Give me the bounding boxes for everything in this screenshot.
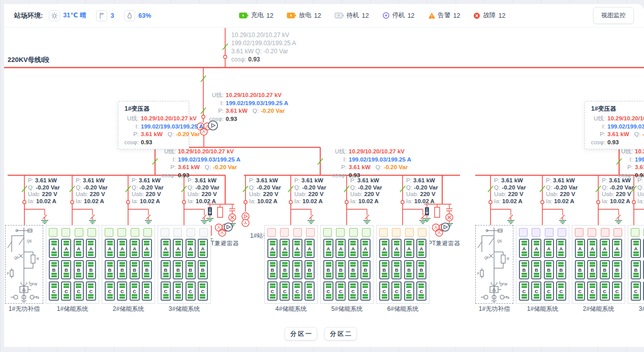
battery-cell: A: [61, 239, 71, 258]
storage-system[interactable]: AAAABBBBCCCC: [320, 225, 374, 304]
battery-cell: C: [173, 281, 183, 301]
feeder-measurements: P: 3.61 kWQ: -0.20 VarUab: 220 VIa: 10.0…: [249, 177, 281, 205]
battery-cell: B: [360, 260, 371, 279]
battery-cell: B: [304, 260, 315, 279]
feeder-measurements: P: 3.61 kWQ: -0.20 VarUab: 220 VIa: 10.0…: [494, 177, 526, 205]
feeder-measurements: P: 3.61 kWQ: -0.20 VarUab: 220 VIa: 10.0…: [294, 177, 326, 205]
legend-item-停机[interactable]: 停机12: [382, 11, 415, 20]
battery-cell: A: [519, 239, 529, 258]
battery-cell: B: [186, 260, 196, 279]
battery-row-C: CCCC: [161, 281, 208, 301]
storage-system[interactable]: AAAABBBBCCCC: [158, 225, 211, 304]
battery-cell: C: [404, 281, 414, 301]
zone-two-button[interactable]: 分区二: [324, 327, 357, 340]
pcs-status-row: [379, 228, 426, 237]
storage-system[interactable]: AAAABBBBCCCC: [376, 225, 430, 304]
battery-cell: C: [198, 281, 208, 301]
battery-row-B: BBBB: [267, 260, 315, 279]
transformer-1-tooltip[interactable]: 1#变压器U线:10.29/10.20/10.27 kVI:199.02/199…: [118, 101, 189, 149]
storage-system-label: 6#储能系统: [376, 305, 430, 313]
reactive-compensation-box-right[interactable]: QSQFRFLQFWTa: [475, 225, 513, 304]
battery-row-A: AAAA: [575, 239, 622, 258]
battery-cell: A: [391, 239, 402, 258]
battery-cell: C: [74, 281, 84, 301]
svg-text:QFW: QFW: [29, 282, 38, 286]
battery-row-B: BBBB: [575, 260, 622, 279]
storage-system[interactable]: AAAABBBBCCCC: [264, 225, 318, 304]
pcs-status-square: [575, 228, 584, 237]
legend-item-充电[interactable]: 充电12: [239, 11, 273, 20]
env-temperature: 31℃ 晴: [49, 10, 86, 21]
svg-text:QFW: QFW: [500, 282, 508, 286]
legend-item-故障[interactable]: 故障12: [473, 11, 505, 20]
battery-cell: A: [360, 239, 371, 258]
feeder-measurements: P: 3.61 kWQ: -0.20 VarUab: 220 VIa: 10.0…: [28, 177, 60, 205]
storage-system[interactable]: AAAABBBBCCCC: [516, 225, 569, 304]
env-label: 站场环境:: [14, 11, 43, 20]
sun-icon[interactable]: [49, 10, 60, 21]
battery-cell: C: [267, 281, 278, 301]
battery-cell: B: [600, 260, 610, 279]
battery-cell: B: [519, 260, 529, 279]
pcs-status-square: [306, 228, 315, 237]
pcs-status-square: [349, 228, 358, 237]
battery-cell: B: [142, 260, 152, 279]
pcs-status-row: [161, 228, 208, 237]
storage-system-label: 2#储能系统: [102, 305, 155, 313]
battery-cell: A: [49, 239, 59, 258]
battery-cell: A: [304, 239, 315, 258]
right-transformer-1-tooltip[interactable]: 1#变压器U线:10.29/10.20/10.27 kVI:199.02/199…: [585, 101, 644, 149]
battery-cell: B: [49, 260, 59, 279]
pcs-status-square: [601, 228, 609, 237]
storage-system-label: 2#储能系统: [572, 305, 625, 313]
reactive-compensation-box-left[interactable]: QSQFRFLQFWTa: [5, 225, 43, 304]
wind-icon[interactable]: [96, 10, 107, 21]
scada-overview-page: 站场环境: 31℃ 晴 3: [0, 0, 644, 352]
top-bar: 站场环境: 31℃ 晴 3: [4, 4, 644, 27]
battery-row-C: CCCC: [49, 281, 96, 301]
pcs-status-square: [87, 228, 96, 237]
battery-cell: A: [86, 239, 96, 258]
battery-cell: C: [360, 281, 371, 301]
battery-cell: C: [556, 281, 566, 301]
legend-item-待机[interactable]: 待机12: [334, 11, 369, 20]
view-monitor-button[interactable]: 视图监控: [593, 7, 634, 24]
battery-cell: B: [335, 260, 346, 279]
storage-system[interactable]: AAAABBBBCCCC: [572, 225, 625, 304]
legend-item-告警[interactable]: 告警12: [428, 11, 461, 20]
pcs-status-square: [187, 228, 195, 237]
battery-row-C: CCCC: [267, 281, 315, 301]
pcs-status-square: [143, 228, 152, 237]
battery-cell: B: [117, 260, 127, 279]
humidity-icon[interactable]: [124, 10, 135, 21]
battery-cell: C: [335, 281, 346, 301]
battery-cell: A: [335, 239, 346, 258]
battery-cell: B: [86, 260, 96, 279]
storage-system[interactable]: AAAABBBBCCCC: [102, 225, 155, 304]
pcs-status-square: [199, 228, 208, 237]
legend-item-放电[interactable]: 放电12: [287, 11, 321, 20]
battery-cell: A: [267, 239, 278, 258]
alarm-icon: [428, 12, 436, 19]
env-wind: 3: [96, 10, 114, 21]
battery-cell: C: [391, 281, 402, 301]
battery-cell: B: [105, 260, 115, 279]
battery-cell: A: [379, 239, 389, 258]
battery-cell: A: [198, 239, 208, 258]
battery-cell: B: [544, 260, 554, 279]
storage-system[interactable]: AAAABBBBCCCC: [46, 225, 99, 304]
battery-row-A: AAAA: [105, 239, 152, 258]
battery-cell: A: [631, 239, 641, 258]
svg-text:F: F: [477, 272, 479, 275]
pcs-status-square: [267, 228, 276, 237]
pcs-status-square: [75, 228, 83, 237]
temperature-value: 31℃ 晴: [63, 11, 86, 20]
battery-cell: C: [416, 281, 426, 301]
battery-cell: B: [587, 260, 597, 279]
battery-cell: B: [379, 260, 389, 279]
battery-cell: C: [323, 281, 333, 301]
storage-system[interactable]: AAAABBBBCCCC: [628, 225, 644, 304]
zone-one-button[interactable]: 分区一: [285, 327, 317, 340]
pcs-status-row: [267, 228, 315, 237]
pcs-status-row: [323, 228, 371, 237]
